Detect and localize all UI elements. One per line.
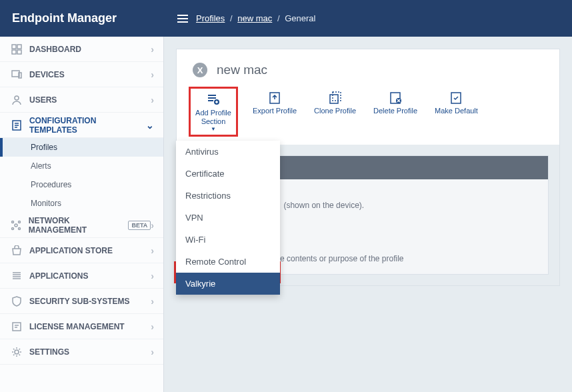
sidebar-item-label: DASHBOARD (29, 45, 81, 54)
add-section-dropdown[interactable]: Antivirus Certificate Restrictions VPN W… (176, 141, 280, 295)
dropdown-item-restrictions[interactable]: Restrictions (176, 185, 280, 207)
profile-name: new mac (217, 63, 267, 77)
top-bar: Endpoint Manager Profiles / new mac / Ge… (0, 0, 572, 37)
chevron-right-icon: › (151, 44, 154, 55)
sidebar-item-license-management[interactable]: LICENSE MANAGEMENT › (0, 314, 163, 339)
devices-icon (9, 69, 24, 80)
svg-point-14 (15, 350, 19, 354)
sidebar-subitem-profiles[interactable]: Profiles (0, 138, 163, 157)
sidebar-subitem-alerts[interactable]: Alerts (0, 157, 163, 175)
dropdown-item-certificate[interactable]: Certificate (176, 163, 280, 185)
tool-label: Delete Profile (373, 107, 417, 115)
svg-point-6 (15, 96, 19, 100)
svg-rect-3 (17, 50, 21, 54)
profile-header: X new mac (177, 49, 559, 84)
license-icon (9, 321, 24, 332)
dropdown-item-wifi[interactable]: Wi-Fi (176, 229, 280, 251)
gear-icon (9, 347, 24, 357)
breadcrumb: Profiles / new mac / General (196, 13, 315, 23)
tool-label: Export Profile (253, 107, 297, 115)
add-section-icon (206, 91, 221, 109)
beta-badge: BETA (128, 221, 151, 230)
sidebar-subitem-monitors[interactable]: Monitors (0, 194, 163, 213)
svg-rect-0 (12, 45, 16, 49)
applications-icon (9, 271, 24, 281)
dropdown-item-remote-control[interactable]: Remote Control (176, 251, 280, 273)
network-icon (9, 220, 23, 231)
sidebar-item-label: NETWORK MANAGEMENT (29, 216, 125, 235)
sidebar-item-application-store[interactable]: APPLICATION STORE › (0, 238, 163, 263)
svg-point-9 (12, 221, 14, 223)
sidebar-item-label: LICENSE MANAGEMENT (29, 322, 125, 331)
sidebar-subitem-procedures[interactable]: Procedures (0, 175, 163, 194)
sidebar-item-security-subsystems[interactable]: SECURITY SUB-SYSTEMS › (0, 289, 163, 314)
dashboard-icon (9, 44, 24, 55)
svg-rect-5 (19, 73, 21, 78)
export-profile-button[interactable]: Export Profile (250, 87, 299, 117)
clone-profile-button[interactable]: Clone Profile (311, 87, 359, 117)
profile-type-icon: X (193, 63, 207, 77)
sidebar-item-devices[interactable]: DEVICES › (0, 62, 163, 87)
sidebar-item-label: APPLICATION STORE (29, 246, 113, 255)
sidebar-item-label: APPLICATIONS (29, 271, 88, 281)
sidebar-item-label: USERS (29, 95, 57, 105)
svg-rect-17 (330, 95, 338, 103)
chevron-right-icon: › (151, 95, 154, 105)
profile-toolbar: Add Profile Section ▼ Export Profile Clo… (177, 84, 559, 145)
clone-icon (328, 89, 343, 107)
breadcrumb-root[interactable]: Profiles (196, 13, 225, 23)
shield-icon (9, 296, 24, 307)
add-profile-section-button[interactable]: Add Profile Section ▼ (189, 87, 238, 137)
svg-point-8 (15, 224, 17, 227)
tool-label: Add Profile Section (193, 109, 233, 126)
sidebar-item-users[interactable]: USERS › (0, 87, 163, 113)
breadcrumb-current: General (285, 13, 315, 23)
chevron-right-icon: › (151, 245, 154, 256)
sidebar: DASHBOARD › DEVICES › USERS › CONFIGURAT… (0, 37, 164, 392)
delete-icon (388, 89, 403, 107)
chevron-right-icon: › (151, 220, 154, 231)
make-default-icon (449, 89, 463, 107)
svg-point-11 (12, 227, 14, 229)
sidebar-item-configuration-templates[interactable]: CONFIGURATION TEMPLATES ⌄ (0, 113, 163, 138)
dropdown-caret-icon: ▼ (211, 126, 216, 132)
export-icon (267, 89, 282, 107)
chevron-down-icon: ⌄ (146, 120, 154, 131)
chevron-right-icon: › (151, 69, 154, 80)
app-title: Endpoint Manager (0, 11, 164, 25)
svg-rect-2 (12, 50, 16, 54)
sidebar-item-label: CONFIGURATION TEMPLATES (29, 116, 146, 135)
svg-rect-1 (17, 45, 21, 49)
store-icon (9, 245, 24, 256)
chevron-right-icon: › (151, 321, 154, 332)
svg-rect-18 (333, 92, 341, 101)
dropdown-item-vpn[interactable]: VPN (176, 207, 280, 229)
sidebar-item-settings[interactable]: SETTINGS › (0, 339, 163, 365)
make-default-button[interactable]: Make Default (432, 87, 481, 117)
chevron-right-icon: › (151, 347, 154, 357)
sidebar-item-label: SETTINGS (29, 347, 69, 357)
svg-rect-13 (13, 323, 21, 331)
dropdown-item-antivirus[interactable]: Antivirus (176, 141, 280, 163)
sidebar-item-applications[interactable]: APPLICATIONS › (0, 263, 163, 289)
chevron-right-icon: › (151, 296, 154, 307)
delete-profile-button[interactable]: Delete Profile (371, 87, 420, 117)
breadcrumb-profile[interactable]: new mac (237, 13, 272, 23)
tool-label: Clone Profile (314, 107, 356, 115)
templates-icon (9, 120, 24, 131)
users-icon (9, 95, 24, 105)
sidebar-item-network-management[interactable]: NETWORK MANAGEMENT BETA › (0, 213, 163, 238)
sidebar-item-dashboard[interactable]: DASHBOARD › (0, 37, 163, 62)
sidebar-item-label: SECURITY SUB-SYSTEMS (29, 297, 129, 306)
svg-point-10 (19, 221, 21, 223)
dropdown-item-valkyrie[interactable]: Valkyrie (176, 273, 280, 295)
chevron-right-icon: › (151, 271, 154, 281)
sidebar-item-label: DEVICES (29, 70, 65, 79)
svg-point-12 (19, 227, 21, 229)
hamburger-menu-icon[interactable] (177, 15, 188, 23)
tool-label: Make Default (435, 107, 478, 115)
main-content: X new mac Add Profile Section ▼ Export P… (164, 37, 572, 392)
